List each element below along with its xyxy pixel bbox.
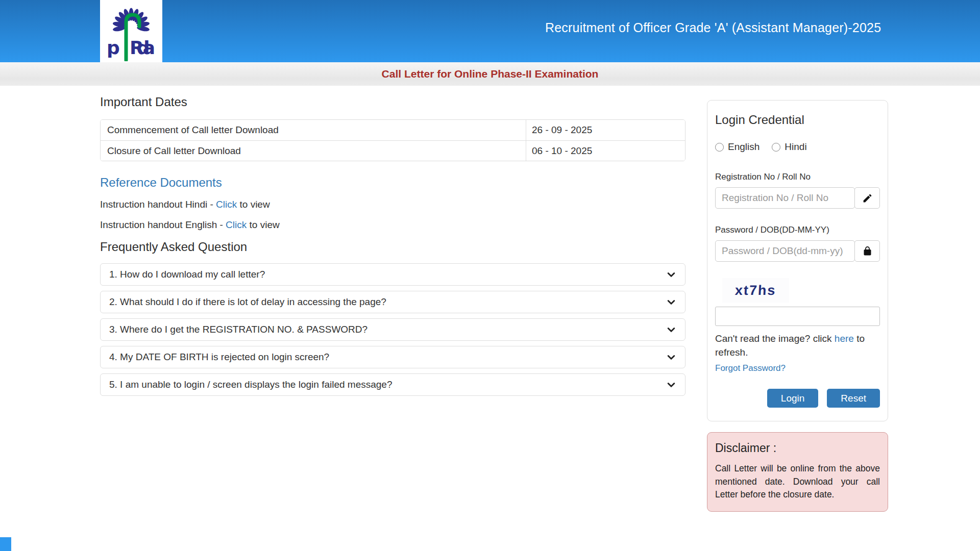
radio-english-label[interactable]: English bbox=[728, 141, 760, 153]
faq-question-text: 4. My DATE OF BIRTH is rejected on login… bbox=[109, 352, 329, 363]
faq-item-3[interactable]: 3. Where do I get the REGISTRATION NO. &… bbox=[100, 318, 685, 341]
handout-hindi-suffix: to view bbox=[237, 199, 270, 210]
faq-item-2[interactable]: 2. What should I do if there is lot of d… bbox=[100, 291, 685, 313]
password-input[interactable] bbox=[715, 240, 855, 262]
captcha-refresh-link[interactable]: here bbox=[835, 333, 854, 344]
exam-banner-text: Call Letter for Online Phase-II Examinat… bbox=[382, 68, 599, 80]
radio-hindi[interactable] bbox=[772, 143, 780, 152]
captcha-image: xt7hs bbox=[722, 278, 789, 303]
lock-icon bbox=[862, 246, 873, 257]
handout-hindi-text: Instruction handout Hindi - bbox=[100, 199, 216, 210]
registration-input-group bbox=[715, 187, 880, 209]
footer-corner-strip bbox=[0, 537, 11, 551]
date-event-cell: Commencement of Call letter Download bbox=[101, 120, 526, 140]
handout-english-text: Instruction handout English - bbox=[100, 219, 226, 230]
disclaimer-heading: Disclaimer : bbox=[715, 441, 880, 455]
password-input-group bbox=[715, 240, 880, 262]
faq-question-text: 5. I am unable to login / screen display… bbox=[109, 379, 393, 390]
login-button-row: Login Reset bbox=[715, 389, 880, 408]
radio-english[interactable] bbox=[715, 143, 724, 152]
pfrda-logo-icon: p Rda bbox=[106, 1, 157, 61]
language-selector: English Hindi bbox=[715, 141, 880, 153]
faq-question-text: 3. Where do I get the REGISTRATION NO. &… bbox=[109, 324, 368, 335]
handout-english-click-link[interactable]: Click bbox=[226, 219, 247, 230]
table-row: Closure of Call letter Download 06 - 10 … bbox=[101, 140, 685, 161]
registration-edit-addon[interactable] bbox=[854, 187, 880, 209]
handout-english-line: Instruction handout English - Click to v… bbox=[100, 219, 685, 231]
exam-banner: Call Letter for Online Phase-II Examinat… bbox=[0, 62, 980, 86]
handout-hindi-click-link[interactable]: Click bbox=[216, 199, 237, 210]
chevron-down-icon bbox=[666, 380, 676, 390]
date-value-cell: 06 - 10 - 2025 bbox=[526, 141, 592, 161]
handout-english-suffix: to view bbox=[247, 219, 279, 230]
chevron-down-icon bbox=[666, 324, 676, 335]
important-dates-heading: Important Dates bbox=[100, 95, 685, 109]
disclaimer-box: Disclaimer : Call Letter will be online … bbox=[707, 432, 888, 512]
important-dates-table: Commencement of Call letter Download 26 … bbox=[100, 119, 685, 161]
reset-button[interactable]: Reset bbox=[827, 389, 880, 408]
date-value-cell: 26 - 09 - 2025 bbox=[526, 120, 592, 140]
page-title: Recruitment of Officer Grade 'A' (Assist… bbox=[545, 20, 881, 35]
faq-heading: Frequently Asked Question bbox=[100, 240, 685, 254]
captcha-input[interactable] bbox=[715, 307, 880, 326]
login-column: Login Credential English Hindi Registrat… bbox=[707, 100, 888, 512]
login-credential-heading: Login Credential bbox=[715, 113, 880, 127]
chevron-down-icon bbox=[666, 352, 676, 362]
captcha-help-prefix: Can't read the image? click bbox=[715, 333, 835, 344]
login-credential-panel: Login Credential English Hindi Registrat… bbox=[707, 100, 888, 421]
disclaimer-text: Call Letter will be online from the abov… bbox=[715, 462, 880, 501]
faq-item-1[interactable]: 1. How do I download my call letter? bbox=[100, 263, 685, 286]
chevron-down-icon bbox=[666, 269, 676, 280]
registration-input[interactable] bbox=[715, 187, 855, 209]
captcha-help-text: Can't read the image? click here to refr… bbox=[715, 332, 880, 359]
faq-question-text: 2. What should I do if there is lot of d… bbox=[109, 296, 386, 308]
captcha-code: xt7hs bbox=[734, 283, 776, 298]
faq-question-text: 1. How do I download my call letter? bbox=[109, 269, 265, 280]
faq-item-5[interactable]: 5. I am unable to login / screen display… bbox=[100, 373, 685, 396]
main-content: Important Dates Commencement of Call let… bbox=[0, 86, 980, 512]
reference-documents-heading: Reference Documents bbox=[100, 176, 685, 190]
date-event-cell: Closure of Call letter Download bbox=[101, 141, 526, 161]
password-label: Password / DOB(DD-MM-YY) bbox=[715, 225, 880, 235]
chevron-down-icon bbox=[666, 297, 676, 307]
faq-item-4[interactable]: 4. My DATE OF BIRTH is rejected on login… bbox=[100, 346, 685, 368]
page-header: p Rda Recruitment of Officer Grade 'A' (… bbox=[0, 0, 980, 62]
pencil-icon bbox=[862, 193, 873, 204]
login-button[interactable]: Login bbox=[767, 389, 819, 408]
svg-text:p: p bbox=[107, 37, 120, 58]
info-column: Important Dates Commencement of Call let… bbox=[100, 95, 685, 401]
handout-hindi-line: Instruction handout Hindi - Click to vie… bbox=[100, 199, 685, 210]
forgot-password-link[interactable]: Forgot Password? bbox=[715, 363, 786, 373]
table-row: Commencement of Call letter Download 26 … bbox=[101, 120, 685, 140]
registration-label: Registration No / Roll No bbox=[715, 172, 880, 182]
pfrda-logo: p Rda bbox=[100, 0, 162, 62]
svg-text:Rda: Rda bbox=[130, 37, 155, 58]
radio-hindi-label[interactable]: Hindi bbox=[785, 141, 806, 153]
password-lock-addon bbox=[854, 240, 880, 262]
